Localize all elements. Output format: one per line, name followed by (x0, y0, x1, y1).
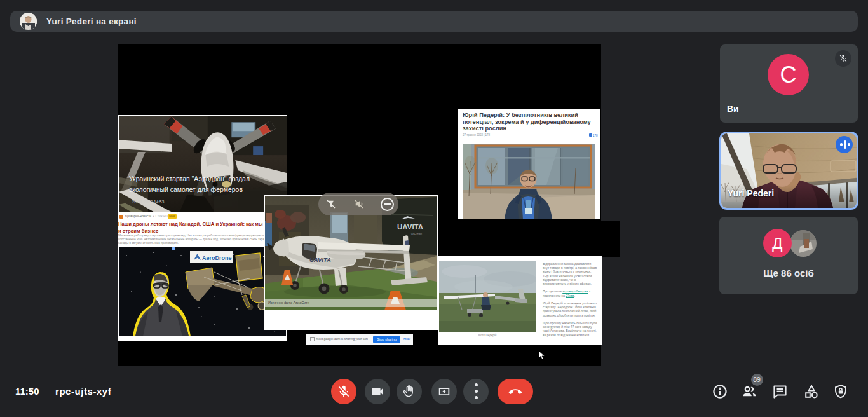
svg-text:UAVITA: UAVITA (397, 223, 423, 231)
svg-text:28.01.2020 14:53: 28.01.2020 14:53 (132, 200, 165, 204)
svg-text:Украинский стартап "Аэродрон": Украинский стартап "Аэродрон" создал (129, 175, 250, 182)
svg-text:экологичный самолет для фермер: экологичный самолет для фермеров (129, 186, 243, 193)
svg-text:AeroDrone: AeroDrone (202, 255, 232, 261)
svg-text:UAVITA: UAVITA (309, 256, 331, 263)
svg-text:системи: системи (411, 232, 423, 235)
